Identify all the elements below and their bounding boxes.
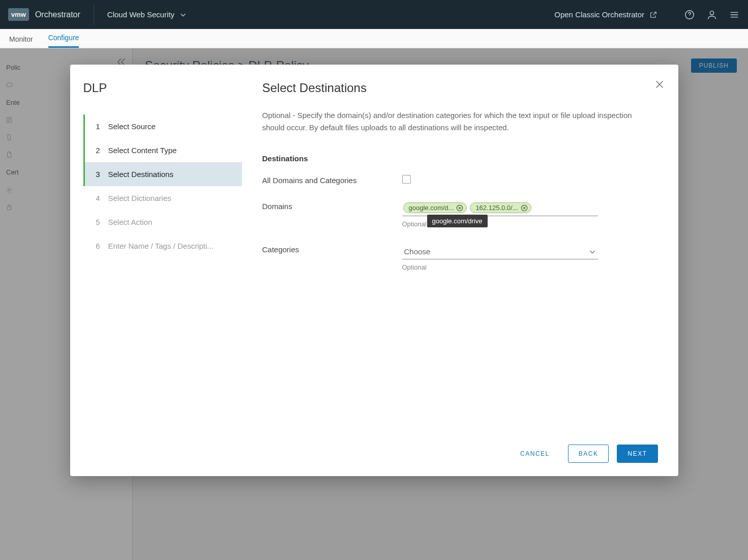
open-classic-link[interactable]: Open Classic Orchestrator: [554, 10, 657, 19]
step-label: Select Source: [108, 122, 156, 131]
domain-chip-2: 162.125.0.0/...: [470, 202, 531, 213]
remove-chip-icon[interactable]: [456, 204, 463, 212]
step-label: Select Action: [108, 218, 153, 226]
step-num: 4: [95, 194, 100, 202]
domain-tooltip: google.com/drive: [427, 215, 488, 227]
user-icon[interactable]: [706, 9, 717, 20]
categories-select[interactable]: Choose: [402, 244, 598, 259]
chip-text: google.com/d...: [409, 204, 454, 212]
svg-point-1: [710, 11, 713, 14]
wizard-steps-panel: DLP 1Select Source 2Select Content Type …: [70, 65, 242, 476]
step-num: 2: [95, 146, 100, 155]
step-num: 6: [95, 242, 100, 250]
header-divider: [94, 5, 94, 25]
step-label: Select Destinations: [108, 170, 173, 179]
product-title: Orchestrator: [35, 10, 80, 19]
panel-title: Select Destinations: [262, 81, 658, 95]
section-heading: Destinations: [262, 154, 658, 163]
classic-link-label: Open Classic Orchestrator: [554, 10, 644, 19]
label-domains: Domains: [262, 201, 402, 211]
vmware-logo: vmw: [8, 8, 29, 21]
chevron-down-icon: [179, 11, 187, 18]
next-button[interactable]: NEXT: [617, 445, 657, 463]
categories-hint: Optional: [402, 263, 598, 271]
wizard-footer: CANCEL BACK NEXT: [262, 433, 658, 476]
tab-configure[interactable]: Configure: [48, 34, 79, 48]
modal-overlay: DLP 1Select Source 2Select Content Type …: [0, 48, 748, 560]
step-num: 5: [95, 218, 100, 226]
dlp-wizard-modal: DLP 1Select Source 2Select Content Type …: [70, 65, 678, 476]
label-all-domains: All Domains and Categories: [262, 175, 402, 185]
top-header: vmw Orchestrator Cloud Web Security Open…: [0, 0, 748, 29]
help-icon[interactable]: [684, 9, 695, 20]
step-num: 3: [95, 170, 100, 179]
step-label: Enter Name / Tags / Descripti...: [108, 242, 214, 250]
step-label: Select Content Type: [108, 146, 177, 155]
menu-icon[interactable]: [729, 9, 740, 20]
page-body: Polic Ente Cert Security Policies > DLP-…: [0, 48, 748, 560]
back-button[interactable]: BACK: [568, 445, 609, 463]
context-label: Cloud Web Security: [107, 10, 174, 19]
wizard-step-4[interactable]: 4Select Dictionaries: [83, 186, 242, 210]
wizard-content-panel: Select Destinations Optional - Specify t…: [242, 65, 678, 476]
tab-monitor[interactable]: Monitor: [9, 35, 33, 48]
wizard-step-2[interactable]: 2Select Content Type: [83, 138, 242, 162]
row-categories: Categories Choose Optional: [262, 244, 658, 271]
step-label: Select Dictionaries: [108, 194, 171, 202]
step-num: 1: [95, 122, 100, 131]
row-all-domains: All Domains and Categories: [262, 175, 658, 185]
remove-chip-icon[interactable]: [521, 204, 528, 212]
cancel-button[interactable]: CANCEL: [510, 445, 560, 463]
wizard-title: DLP: [83, 81, 242, 95]
external-link-icon: [649, 11, 657, 19]
domain-chip-1: google.com/d...: [403, 202, 467, 213]
context-dropdown[interactable]: Cloud Web Security: [107, 10, 187, 19]
label-categories: Categories: [262, 244, 402, 254]
select-placeholder: Choose: [404, 247, 431, 256]
chevron-down-icon: [589, 248, 596, 255]
domains-input[interactable]: google.com/d... 162.125.0.0/...: [402, 201, 598, 216]
chip-text: 162.125.0.0/...: [475, 204, 518, 212]
close-icon[interactable]: [654, 79, 665, 90]
wizard-step-3[interactable]: 3Select Destinations: [83, 162, 242, 186]
wizard-step-1[interactable]: 1Select Source: [83, 114, 242, 138]
primary-tabs: Monitor Configure: [0, 29, 748, 48]
panel-description: Optional - Specify the domain(s) and/or …: [262, 109, 639, 134]
checkbox-all-domains[interactable]: [402, 175, 411, 184]
wizard-step-5[interactable]: 5Select Action: [83, 210, 242, 234]
wizard-step-6[interactable]: 6Enter Name / Tags / Descripti...: [83, 234, 242, 258]
row-domains: Domains google.com/d... 162.125.0.0/...: [262, 201, 658, 228]
